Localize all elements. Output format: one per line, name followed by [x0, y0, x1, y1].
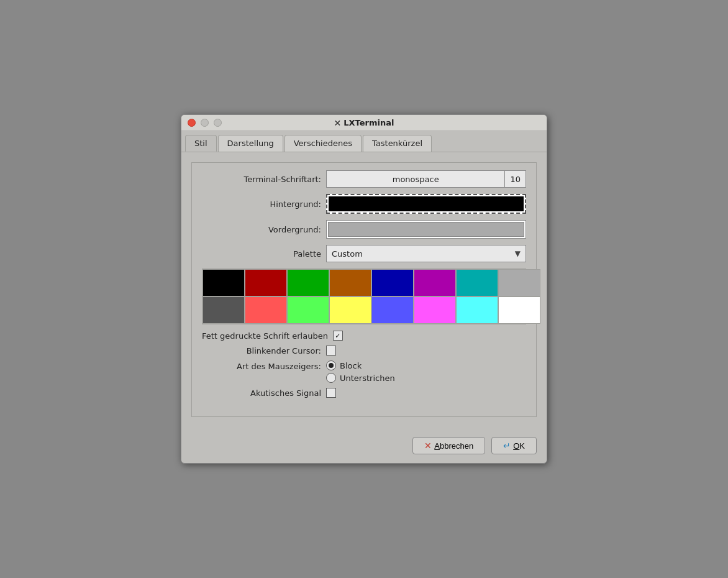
close-button[interactable] [188, 119, 196, 127]
window-title-text: LXTerminal [344, 118, 394, 127]
ok-label: OK [513, 441, 525, 451]
palette-control: Custom ▼ [326, 245, 526, 262]
palette-value: Custom [332, 249, 515, 259]
fg-row: Vordergrund: [202, 220, 526, 239]
cancel-icon: ✕ [424, 441, 432, 451]
color-row-2 [202, 296, 526, 324]
bg-label: Hintergrund: [202, 200, 326, 209]
button-bar: ✕ Abbrechen ↵ OK [181, 431, 547, 463]
color-row-1 [202, 269, 526, 296]
ok-button[interactable]: ↵ OK [491, 437, 537, 454]
bold-label: Fett gedruckte Schrift erlauben [202, 331, 333, 341]
bg-color-swatch [329, 196, 524, 211]
blink-checkbox[interactable] [326, 346, 336, 356]
color-cell-7[interactable] [498, 269, 540, 296]
font-name-display: monospace [327, 175, 504, 184]
tab-tastenkuerzel[interactable]: Tastenkürzel [363, 135, 432, 152]
ok-icon: ↵ [503, 441, 511, 451]
bg-row: Hintergrund: [202, 194, 526, 214]
palette-row: Palette Custom ▼ [202, 245, 526, 262]
options-section: Fett gedruckte Schrift erlauben Blinkend… [202, 324, 526, 406]
chevron-down-icon: ▼ [515, 249, 521, 258]
bold-control [333, 331, 343, 341]
palette-label: Palette [202, 249, 326, 259]
fg-color-swatch[interactable] [328, 222, 524, 237]
radio-unterstrichen-btn[interactable] [326, 373, 336, 383]
cancel-button[interactable]: ✕ Abbrechen [412, 437, 485, 454]
minimize-button[interactable] [201, 119, 209, 127]
main-window: ✕ LXTerminal Stil Darstellung Verschiede… [181, 114, 547, 464]
color-cell-11[interactable] [329, 296, 371, 324]
font-label: Terminal-Schriftart: [202, 175, 326, 184]
tab-verschiedenes[interactable]: Verschiedenes [284, 135, 362, 152]
cursor-type-row: Art des Mauszeigers: Block Unterstrichen [202, 360, 526, 383]
color-cell-10[interactable] [287, 296, 329, 324]
blink-row: Blinkender Cursor: [202, 346, 526, 356]
font-row: Terminal-Schriftart: monospace 10 [202, 170, 526, 188]
terminal-icon: ✕ [334, 118, 342, 128]
color-cell-8[interactable] [202, 296, 245, 324]
cancel-label: Abbrechen [434, 441, 473, 451]
cursor-type-options: Block Unterstrichen [326, 360, 395, 383]
color-palette-grid [202, 268, 526, 324]
titlebar: ✕ LXTerminal [181, 115, 547, 131]
bold-checkbox[interactable] [333, 331, 343, 341]
radio-block-label: Block [340, 361, 362, 370]
form-section: Terminal-Schriftart: monospace 10 Hinter… [191, 162, 537, 417]
blink-control [326, 346, 336, 356]
palette-dropdown[interactable]: Custom ▼ [326, 245, 526, 262]
window-title: ✕ LXTerminal [334, 118, 394, 128]
maximize-button[interactable] [214, 119, 222, 127]
signal-checkbox[interactable] [326, 388, 336, 398]
signal-row: Akutisches Signal [202, 388, 526, 398]
color-cell-6[interactable] [456, 269, 498, 296]
tab-bar: Stil Darstellung Verschiedenes Tastenkür… [181, 131, 547, 152]
radio-unterstrichen-label: Unterstrichen [340, 374, 395, 383]
color-cell-13[interactable] [414, 296, 456, 324]
signal-control [326, 388, 336, 398]
bold-row: Fett gedruckte Schrift erlauben [202, 331, 526, 341]
tab-darstellung[interactable]: Darstellung [218, 135, 283, 152]
color-cell-4[interactable] [371, 269, 414, 296]
color-cell-3[interactable] [329, 269, 371, 296]
color-cell-2[interactable] [287, 269, 329, 296]
color-cell-12[interactable] [371, 296, 414, 324]
color-cell-1[interactable] [245, 269, 287, 296]
blink-label: Blinkender Cursor: [202, 346, 326, 356]
color-cell-0[interactable] [202, 269, 245, 296]
radio-block[interactable]: Block [326, 360, 395, 370]
font-picker[interactable]: monospace 10 [326, 170, 526, 188]
cursor-type-label: Art des Mauszeigers: [202, 360, 326, 371]
bg-control [326, 194, 526, 214]
bg-color-picker[interactable] [326, 194, 526, 214]
fg-label: Vordergrund: [202, 225, 326, 234]
font-size-display: 10 [505, 175, 526, 184]
content-area: Terminal-Schriftart: monospace 10 Hinter… [181, 152, 547, 431]
fg-control [326, 220, 526, 239]
font-control-container: monospace 10 [326, 170, 526, 188]
signal-label: Akutisches Signal [202, 388, 326, 398]
color-cell-5[interactable] [414, 269, 456, 296]
tab-stil[interactable]: Stil [185, 135, 217, 152]
color-cell-14[interactable] [456, 296, 498, 324]
color-cell-9[interactable] [245, 296, 287, 324]
radio-block-btn[interactable] [326, 360, 336, 370]
radio-unterstrichen[interactable]: Unterstrichen [326, 373, 395, 383]
color-cell-15[interactable] [498, 296, 540, 324]
